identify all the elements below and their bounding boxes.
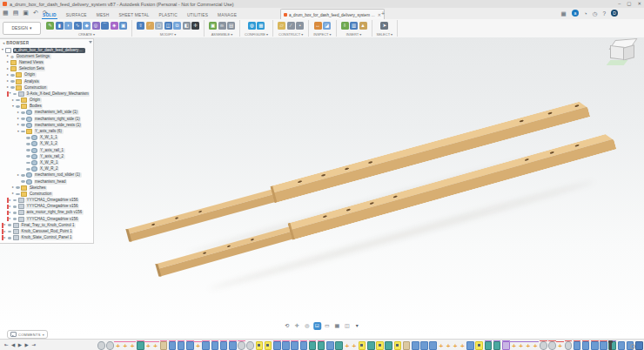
- visibility-eye-icon[interactable]: [10, 80, 15, 83]
- tree-item[interactable]: X_W_R_1: [0, 159, 93, 165]
- timeline-feature-sketch[interactable]: [326, 341, 334, 350]
- timeline-feature-construct[interactable]: +: [446, 343, 452, 350]
- ribbon-tab-sheet-metal[interactable]: SHEET METAL: [117, 12, 150, 19]
- timeline-feature-sketch[interactable]: [229, 341, 237, 350]
- step-back-button[interactable]: ◀: [11, 342, 15, 348]
- expand-caret-icon[interactable]: ▸: [10, 216, 13, 222]
- sweep-icon[interactable]: ∿: [74, 22, 82, 30]
- timeline-feature-sketch[interactable]: [429, 341, 437, 350]
- timeline-feature-construct[interactable]: +: [453, 343, 459, 350]
- visibility-eye-icon[interactable]: [10, 74, 15, 77]
- ribbon-group-label[interactable]: CONFIGURE ▾: [245, 32, 268, 37]
- visibility-eye-icon[interactable]: [13, 212, 17, 214]
- visibility-eye-icon[interactable]: [16, 186, 20, 189]
- grid-settings-icon[interactable]: ▦: [333, 322, 341, 330]
- timeline-feature-revision[interactable]: [565, 341, 573, 350]
- timeline-feature-sketch[interactable]: [220, 341, 228, 350]
- minimize-button[interactable]: –: [618, 1, 621, 6]
- timeline-feature-construct[interactable]: +: [460, 343, 466, 350]
- timeline-feature-revision[interactable]: [238, 341, 245, 350]
- display-settings-icon[interactable]: ▭: [323, 322, 331, 330]
- timeline-feature-sketch[interactable]: [582, 341, 590, 350]
- visibility-eye-icon[interactable]: [10, 86, 15, 89]
- tree-item[interactable]: ▾Y_axis_rails (6): [0, 128, 93, 134]
- go-to-start-button[interactable]: ⇤: [4, 342, 9, 348]
- timeline-feature-sketch-blue[interactable]: [635, 341, 643, 350]
- expand-caret-icon[interactable]: ▸: [4, 235, 8, 241]
- tree-item[interactable]: ▸mechanism_side_rests (1): [0, 122, 93, 128]
- timeline-feature-sketch-edit[interactable]: [318, 341, 325, 350]
- tree-item[interactable]: ▾Bodies: [0, 104, 93, 110]
- viewcube-side-face[interactable]: [623, 44, 634, 61]
- tree-item[interactable]: ▸Selection Sets: [0, 66, 93, 72]
- timeline-feature-construct[interactable]: +: [526, 343, 532, 350]
- tree-item[interactable]: ▾3-Axis_X-bed_Delivery_Mechanism: [0, 91, 93, 97]
- construction-axis-icon[interactable]: ∕: [287, 22, 295, 30]
- extensions-icon[interactable]: ▦: [561, 10, 567, 17]
- visibility-eye-icon[interactable]: [21, 180, 25, 183]
- timeline-feature-construct[interactable]: +: [533, 343, 539, 350]
- timeline-feature-sketch[interactable]: [282, 341, 290, 350]
- file-menu-icon[interactable]: ▤: [13, 9, 19, 17]
- timeline-feature-revision[interactable]: [97, 341, 105, 350]
- viewport-canvas[interactable]: ⟲✛◎⊡▭▦◫▾: [0, 37, 644, 334]
- notifications-icon[interactable]: ◷: [593, 10, 598, 17]
- timeline-feature-construct[interactable]: +: [511, 343, 517, 350]
- tree-item[interactable]: ▸YYYCHA1_Omegadrive v156: [0, 216, 93, 222]
- visibility-eye-icon[interactable]: [16, 193, 20, 196]
- timeline-feature-sketch[interactable]: [300, 341, 308, 350]
- tree-item[interactable]: mechanism_head: [0, 178, 93, 185]
- tree-item[interactable]: ▸mechanism_left_side (1): [0, 110, 93, 116]
- avatar-badge[interactable]: a: [572, 10, 579, 17]
- tree-item[interactable]: ▸Construction: [0, 191, 93, 197]
- loft-icon[interactable]: ◆: [83, 22, 91, 30]
- timeline-feature-construct[interactable]: +: [518, 343, 524, 350]
- timeline-feature-sketch[interactable]: [466, 341, 474, 350]
- timeline-feature-sketch[interactable]: [600, 341, 607, 350]
- timeline-feature-sketch[interactable]: [618, 341, 626, 350]
- job-status-icon[interactable]: ◔: [584, 10, 587, 17]
- configuration-table-icon[interactable]: ▦: [257, 22, 265, 30]
- timeline-feature-sketch-edit[interactable]: [385, 341, 392, 350]
- tree-item[interactable]: ▾a_drum_box_for_dash_feed_delivery_sy...: [0, 47, 93, 53]
- pan-icon[interactable]: ✛: [293, 322, 301, 330]
- timeline-feature-sketch[interactable]: [273, 341, 281, 350]
- construction-point-icon[interactable]: •: [296, 22, 304, 30]
- timeline-playhead[interactable]: [609, 340, 612, 350]
- timeline-feature-construct[interactable]: +: [352, 343, 358, 350]
- joint-icon[interactable]: ∞: [218, 22, 226, 30]
- timeline-feature-highlighted-feature[interactable]: [475, 341, 483, 350]
- select-icon[interactable]: ➤: [380, 22, 388, 30]
- timeline-feature-sketch[interactable]: [574, 341, 581, 350]
- close-button[interactable]: ✕: [637, 1, 641, 6]
- timeline-feature-construct[interactable]: +: [152, 343, 158, 350]
- timeline-feature-sketch[interactable]: [211, 341, 219, 350]
- shell-icon[interactable]: ▢: [155, 22, 163, 30]
- visibility-eye-icon[interactable]: [26, 162, 30, 165]
- timeline-feature-sketch[interactable]: [178, 341, 185, 350]
- timeline-feature-sketch-edit[interactable]: [493, 341, 501, 350]
- tree-item[interactable]: ▸Knob_Carousel_Rod_Point 1: [0, 228, 93, 234]
- timeline-feature-highlighted-feature[interactable]: [359, 341, 366, 350]
- workspace-selector[interactable]: DESIGN ▾: [3, 22, 41, 35]
- primitive-icon[interactable]: ▣: [119, 22, 127, 30]
- timeline-feature-revision[interactable]: [246, 341, 254, 350]
- timeline-feature-revision[interactable]: [106, 341, 114, 350]
- ribbon-tab-manage[interactable]: MANAGE: [217, 12, 238, 19]
- timeline-feature-sketch[interactable]: [202, 341, 210, 350]
- filter-icon[interactable]: [89, 41, 92, 45]
- visibility-eye-icon[interactable]: [8, 237, 12, 239]
- offset-face-icon[interactable]: ⧉: [173, 22, 181, 30]
- timeline-feature-sketch-edit[interactable]: [367, 341, 375, 350]
- timeline-feature-sketch-edit[interactable]: [137, 341, 144, 350]
- section-analysis-icon[interactable]: ◪: [323, 22, 331, 30]
- ribbon-group-label[interactable]: CONSTRUCT ▾: [278, 32, 303, 37]
- timeline-feature-highlighted-feature[interactable]: [256, 341, 264, 350]
- move-copy-icon[interactable]: ✛: [191, 22, 199, 30]
- press-pull-icon[interactable]: ⇧: [137, 22, 144, 30]
- view-cube[interactable]: [607, 37, 639, 72]
- decal-icon[interactable]: ▥: [350, 22, 358, 30]
- visibility-eye-icon[interactable]: [8, 224, 12, 226]
- step-forward-button[interactable]: ▶: [25, 342, 29, 348]
- tree-item[interactable]: ▸mechanism_rod_slider (1): [0, 172, 93, 178]
